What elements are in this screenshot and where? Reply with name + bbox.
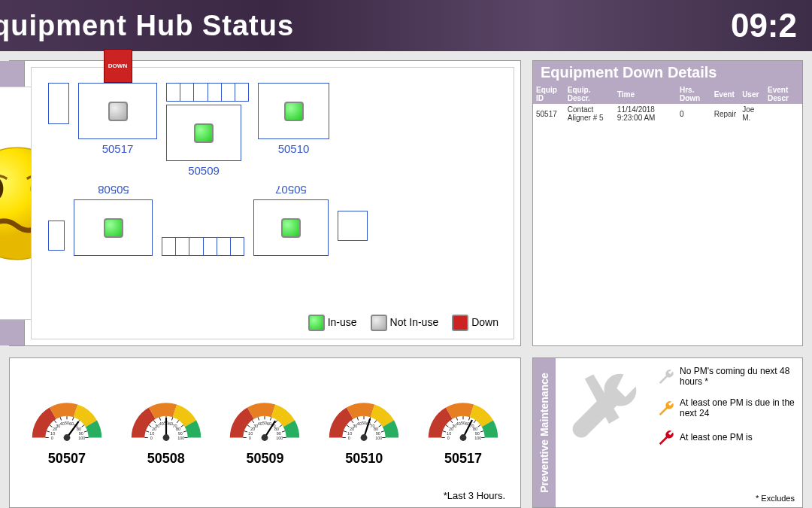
- svg-line-29: [145, 430, 148, 431]
- svg-line-11: [60, 417, 61, 420]
- svg-text:90: 90: [376, 430, 380, 435]
- status-light-icon: [281, 218, 301, 238]
- svg-text:90: 90: [79, 430, 83, 435]
- status-light-icon: [284, 102, 304, 121]
- svg-point-26: [63, 434, 70, 441]
- pm-status-critical: At least one PM is: [657, 429, 795, 446]
- pm-status-text: At least one PM is: [680, 432, 753, 443]
- equipment-50507[interactable]: 50507: [253, 199, 329, 256]
- red-light-icon: [452, 315, 468, 331]
- cell-user: Joe M.: [739, 104, 765, 123]
- svg-point-98: [361, 434, 368, 441]
- gray-light-icon: [371, 315, 387, 331]
- equipment-layout-map: DOWN 50517 50509: [31, 67, 514, 339]
- pm-status-none: No PM's coming du next 48 hours *: [657, 366, 795, 387]
- svg-line-101: [443, 430, 446, 431]
- svg-line-41: [177, 420, 179, 423]
- pm-footnote: * Excludes: [756, 494, 795, 503]
- svg-line-31: [149, 424, 152, 427]
- cell-event: Repair: [711, 104, 739, 123]
- svg-line-81: [351, 420, 353, 423]
- svg-line-79: [347, 424, 350, 427]
- table-row[interactable]: 50517 Contact Aligner # 5 11/14/2018 9:2…: [533, 104, 802, 123]
- equipment-50509[interactable]: 50509: [166, 105, 241, 161]
- svg-text:10: 10: [447, 430, 451, 435]
- pm-status-text: At least one PM is due in the next 24: [680, 397, 795, 418]
- legend-down: Down: [452, 315, 498, 331]
- status-overview-panel: DOWN 50517 50509: [9, 60, 521, 346]
- svg-point-74: [262, 434, 268, 441]
- svg-text:90: 90: [475, 430, 480, 435]
- svg-line-7: [50, 424, 53, 427]
- wrench-orange-icon: [657, 400, 674, 416]
- svg-line-15: [72, 417, 73, 420]
- svg-line-115: [478, 424, 481, 427]
- col-event[interactable]: Event: [711, 84, 739, 104]
- svg-text:100: 100: [78, 435, 85, 440]
- status-light-icon: [108, 102, 128, 121]
- svg-text:100: 100: [375, 435, 382, 440]
- svg-line-111: [469, 417, 470, 420]
- pm-side-label: Preventive Maintenance: [533, 358, 556, 507]
- pm-status-text: No PM's coming du next 48 hours *: [680, 366, 795, 387]
- svg-line-103: [446, 424, 449, 427]
- svg-line-5: [47, 430, 50, 431]
- svg-text:0: 0: [249, 435, 251, 440]
- col-event-descr[interactable]: Event Descr: [765, 84, 802, 104]
- svg-line-43: [180, 424, 183, 427]
- col-equip-descr[interactable]: Equip. Descr.: [565, 84, 614, 104]
- utilization-gauges-panel: 0102030405060708090100 50507 01020304050…: [9, 357, 521, 508]
- gauge-icon: 0102030405060708090100: [223, 391, 306, 443]
- svg-line-59: [259, 417, 259, 420]
- green-light-icon: [308, 315, 325, 331]
- equipment-50517[interactable]: 50517: [78, 83, 157, 139]
- col-user[interactable]: User: [739, 84, 765, 104]
- gauge-50517: 0102030405060708090100 50517: [422, 391, 504, 467]
- status-light-icon: [194, 123, 214, 143]
- down-details-table: Equip ID Equip. Descr. Time Hrs. Down Ev…: [533, 84, 802, 123]
- gauge-label: 50508: [125, 451, 208, 467]
- col-time[interactable]: Time: [614, 84, 677, 104]
- col-equip-id[interactable]: Equip ID: [533, 84, 565, 104]
- legend-not-in-use: Not In-use: [371, 315, 439, 331]
- slot-strip: [166, 83, 249, 102]
- svg-text:100: 100: [277, 435, 283, 440]
- preventive-maintenance-panel: Preventive Maintenance No PM's coming du…: [532, 357, 803, 508]
- cell-hrs-down: 0: [677, 104, 711, 123]
- wrench-icon: [563, 366, 650, 452]
- gauge-50507: 0102030405060708090100 50507: [26, 391, 108, 467]
- header-bar: quipment Hub Status 09:2: [0, 0, 812, 51]
- svg-line-107: [456, 417, 457, 420]
- equipment-label: 50508: [98, 184, 129, 196]
- clock-display: 09:2: [731, 7, 797, 44]
- svg-text:10: 10: [150, 430, 154, 435]
- svg-text:0: 0: [150, 435, 152, 440]
- gauge-icon: 0102030405060708090100: [125, 391, 208, 443]
- svg-line-117: [480, 430, 483, 431]
- svg-line-105: [450, 420, 453, 423]
- details-panel-title: Equipment Down Details: [533, 61, 802, 84]
- down-badge: DOWN: [104, 49, 132, 83]
- equipment-label: 50509: [188, 164, 220, 177]
- slot-strip: [162, 237, 244, 256]
- svg-line-39: [171, 417, 172, 420]
- equipment-label: 50507: [275, 184, 307, 196]
- svg-line-113: [474, 420, 476, 423]
- svg-text:10: 10: [50, 430, 55, 435]
- svg-point-50: [162, 434, 169, 441]
- col-hrs-down[interactable]: Hrs. Down: [677, 84, 711, 104]
- equipment-50508[interactable]: 50508: [74, 199, 153, 256]
- cell-time: 11/14/2018 9:23:00 AM: [614, 104, 677, 123]
- cell-equip-id: 50517: [533, 104, 565, 123]
- svg-line-35: [159, 417, 160, 420]
- gauge-label: 50517: [422, 451, 504, 467]
- equipment-50510[interactable]: 50510: [258, 83, 329, 139]
- equipment-down-details-panel: Equipment Down Details Equip ID Equip. D…: [532, 60, 803, 346]
- svg-line-19: [81, 424, 84, 427]
- equipment-aux-box: [48, 83, 69, 124]
- gauge-icon: 0102030405060708090100: [422, 391, 504, 443]
- gauge-icon: 0102030405060708090100: [323, 391, 405, 443]
- svg-text:0: 0: [447, 435, 450, 440]
- svg-line-63: [271, 417, 271, 420]
- gauge-icon: 0102030405060708090100: [26, 391, 108, 443]
